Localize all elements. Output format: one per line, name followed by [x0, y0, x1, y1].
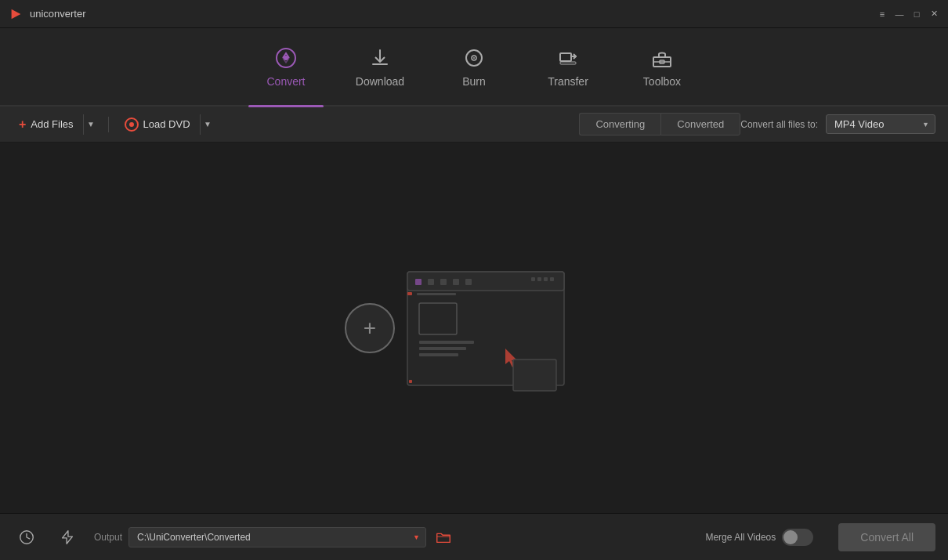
- merge-section: Merge All Videos: [705, 529, 813, 546]
- tab-transfer[interactable]: Transfer: [521, 27, 615, 106]
- svg-rect-16: [453, 279, 459, 285]
- toolbar-right: Convert all files to: MP4 Video AVI Vide…: [740, 114, 935, 134]
- toolbar-divider: [108, 117, 109, 132]
- toolbox-icon: [649, 45, 675, 70]
- speed-button[interactable]: [53, 523, 81, 551]
- tab-download-label: Download: [356, 75, 404, 88]
- svg-rect-17: [465, 279, 472, 285]
- svg-rect-7: [560, 62, 576, 64]
- tab-converted[interactable]: Converted: [660, 113, 740, 135]
- open-folder-button[interactable]: [432, 526, 454, 548]
- close-button[interactable]: ✕: [928, 8, 940, 20]
- tab-toolbox[interactable]: Toolbox: [615, 27, 709, 106]
- tab-toolbox-label: Toolbox: [643, 75, 681, 88]
- svg-rect-29: [409, 380, 412, 383]
- toolbar-left: + Add Files ▼ Load DVD ▼: [13, 114, 579, 135]
- tab-converting[interactable]: Converting: [579, 113, 660, 135]
- add-files-dropdown[interactable]: ▼: [83, 114, 99, 135]
- main-content: +: [0, 143, 948, 513]
- svg-rect-27: [419, 353, 458, 356]
- svg-rect-23: [550, 277, 554, 281]
- merge-toggle[interactable]: [782, 529, 813, 546]
- circle-plus-icon: +: [364, 317, 376, 339]
- tab-download[interactable]: Download: [333, 27, 427, 106]
- nav-bar: Convert Download Burn: [0, 28, 948, 107]
- add-files-label: Add Files: [31, 118, 73, 130]
- svg-rect-13: [415, 279, 422, 285]
- convert-all-button[interactable]: Convert All: [838, 523, 935, 551]
- load-dvd-button[interactable]: Load DVD: [118, 114, 197, 135]
- file-window-svg: [392, 256, 580, 400]
- minimize-button[interactable]: —: [893, 8, 906, 20]
- add-files-button[interactable]: + Add Files: [13, 114, 80, 135]
- svg-marker-0: [12, 9, 21, 19]
- load-dvd-label: Load DVD: [143, 118, 190, 130]
- tab-convert-label: Convert: [266, 75, 305, 88]
- svg-rect-21: [537, 277, 541, 281]
- svg-rect-25: [419, 341, 474, 344]
- svg-rect-28: [513, 359, 556, 391]
- history-button[interactable]: [13, 523, 41, 551]
- load-dvd-dropdown[interactable]: ▼: [200, 114, 215, 135]
- dvd-icon: [125, 117, 139, 132]
- toolbar: + Add Files ▼ Load DVD ▼ Converting Conv…: [0, 107, 948, 143]
- svg-rect-18: [407, 292, 412, 295]
- titlebar: uniconverter ≡ — □ ✕: [0, 0, 948, 28]
- svg-rect-20: [531, 277, 535, 281]
- svg-rect-14: [428, 279, 434, 285]
- svg-point-5: [473, 57, 475, 59]
- tab-burn[interactable]: Burn: [427, 27, 521, 106]
- transfer-icon: [555, 45, 581, 70]
- app-name: uniconverter: [30, 8, 86, 20]
- bottom-bar: Output C:\UniConverter\Converted Merge A…: [0, 513, 948, 560]
- format-select[interactable]: MP4 Video AVI Video MOV Video MKV Video …: [826, 114, 935, 134]
- output-path-wrapper[interactable]: C:\UniConverter\Converted: [128, 527, 426, 547]
- toolbar-center: Converting Converted: [579, 113, 740, 135]
- download-icon: [367, 45, 393, 70]
- tab-convert[interactable]: Convert: [239, 27, 333, 106]
- svg-rect-26: [419, 347, 466, 350]
- menu-button[interactable]: ≡: [876, 8, 888, 20]
- titlebar-left: uniconverter: [8, 6, 86, 22]
- svg-rect-19: [417, 293, 456, 295]
- convert-all-files-label: Convert all files to:: [740, 119, 818, 130]
- convert-icon: [273, 45, 299, 70]
- app-icon: [8, 6, 24, 22]
- svg-rect-15: [440, 279, 447, 285]
- drop-illustration: +: [368, 256, 580, 400]
- format-select-wrapper[interactable]: MP4 Video AVI Video MOV Video MKV Video …: [826, 114, 935, 134]
- output-label: Output: [94, 532, 122, 543]
- output-path-select[interactable]: C:\UniConverter\Converted: [128, 527, 426, 547]
- output-section: Output C:\UniConverter\Converted: [94, 526, 693, 548]
- svg-rect-22: [544, 277, 548, 281]
- tab-burn-label: Burn: [462, 75, 486, 88]
- titlebar-controls: ≡ — □ ✕: [876, 8, 940, 20]
- maximize-button[interactable]: □: [910, 8, 923, 20]
- add-plus-icon: +: [19, 117, 26, 132]
- burn-icon: [461, 45, 487, 70]
- tab-transfer-label: Transfer: [548, 75, 588, 88]
- merge-label: Merge All Videos: [705, 532, 776, 543]
- svg-rect-6: [560, 53, 571, 61]
- add-files-circle[interactable]: +: [345, 303, 395, 353]
